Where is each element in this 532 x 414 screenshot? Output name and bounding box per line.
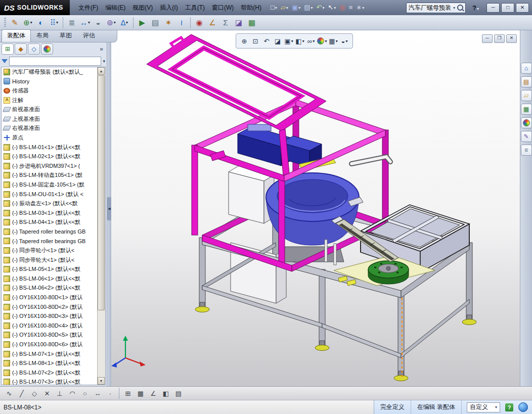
section-properties-button[interactable]: ◪ xyxy=(232,16,245,29)
propertymanager-tab[interactable]: ◆ xyxy=(15,43,27,55)
tree-item[interactable]: (-) OY16X100-80D<4> (默认 xyxy=(2,321,98,331)
save-button[interactable]: ▣ xyxy=(290,3,302,13)
tab-assembly[interactable]: 装配体 xyxy=(2,29,31,42)
menu-window[interactable]: 窗口(W) xyxy=(208,2,237,14)
arc-tool-button[interactable]: ◠ xyxy=(66,388,78,399)
bill-of-materials-button[interactable]: ▤ xyxy=(149,16,162,29)
split-entities-button[interactable]: ◧ xyxy=(160,388,172,399)
toolbar-grip[interactable] xyxy=(4,18,6,28)
edit-component-button[interactable]: ✎ xyxy=(8,16,21,29)
doc-close-button[interactable]: ✕ xyxy=(506,34,517,43)
linear-component-pattern-button[interactable]: ⠿ xyxy=(48,16,61,29)
scroll-down-button[interactable]: ▼ xyxy=(98,377,105,385)
search-caret-icon[interactable]: ▾ xyxy=(453,6,455,10)
leveling-feet[interactable] xyxy=(195,302,476,381)
insert-components-button[interactable]: ⊕ xyxy=(21,16,34,29)
mass-properties-button[interactable]: Σ xyxy=(219,16,232,29)
tree-item[interactable]: (-) BS-LM-OU-01<1> (默认 < xyxy=(2,190,98,199)
tree-item[interactable]: (-) BS-LM-01<1> (默认<<默 xyxy=(2,143,98,152)
close-button[interactable]: ✕ xyxy=(516,3,529,13)
reference-geometry-button[interactable]: ∆ xyxy=(118,16,131,29)
tab-evaluate[interactable]: 评估 xyxy=(77,29,101,42)
tree-item[interactable]: 原点 xyxy=(2,133,98,143)
spline-tool-button[interactable]: ∿ xyxy=(3,388,15,399)
tree-scrollbar[interactable]: ▲ ▼ xyxy=(97,67,105,385)
view-settings-button[interactable]: ◒ xyxy=(339,35,349,47)
tree-item[interactable]: 上视基准面 xyxy=(2,114,98,124)
filter-funnel-icon[interactable] xyxy=(2,59,8,63)
tree-item[interactable]: (-) OY16X100-80D<2> (默认 xyxy=(2,302,98,312)
assembly-features-button[interactable]: ⊚ xyxy=(105,16,118,29)
point-tool-button[interactable]: ∙ xyxy=(104,388,116,399)
menu-help[interactable]: 帮助(H) xyxy=(237,2,265,14)
custom-properties-button[interactable]: ✎ xyxy=(521,131,532,142)
tree-item[interactable]: (-) OY16X100-80D<1> (默认 xyxy=(2,293,98,302)
tree-item[interactable]: (-) 同步带轮小<1> (默认< xyxy=(2,246,98,255)
section-view-button[interactable]: ◪ xyxy=(273,35,283,47)
select-button[interactable]: ↖ xyxy=(326,3,337,13)
tree-item[interactable]: (-) OY16X100-80D<3> (默认 xyxy=(2,311,98,321)
move-component-button[interactable]: ↔ xyxy=(78,16,92,29)
tree-item[interactable]: 传感器 xyxy=(2,86,98,96)
solidworks-resources-button[interactable]: ⌂ xyxy=(521,63,532,74)
tree-item[interactable]: (-) BS-LM-08<1> (默认<<默 xyxy=(2,358,98,368)
tree-item[interactable]: (-) BS-LM-固定盘-105<1> (默 xyxy=(2,180,98,190)
tree-item[interactable]: (-) Tapered roller bearings GB xyxy=(2,227,98,237)
scroll-up-button[interactable]: ▲ xyxy=(98,67,105,75)
perpendicular-tool-button[interactable]: ⊥ xyxy=(54,388,66,399)
angle-dimension-button[interactable]: ∠ xyxy=(147,388,159,399)
filter-input[interactable] xyxy=(9,57,101,66)
featuremanager-tab[interactable]: ⊞ xyxy=(2,43,14,55)
status-resources-icon[interactable] xyxy=(518,402,528,412)
line-tool-button[interactable]: ╱ xyxy=(16,388,28,399)
view-orientation-button[interactable]: ▣ xyxy=(284,35,294,47)
large-assembly-mode-button[interactable]: ▦ xyxy=(245,16,258,29)
doc-restore-button[interactable]: ❐ xyxy=(494,34,505,43)
interference-detection-button[interactable]: ◉ xyxy=(193,16,206,29)
open-button[interactable]: ▱ xyxy=(279,3,290,13)
rebuild-button[interactable]: ◎ xyxy=(338,3,346,13)
configurationmanager-tab[interactable]: ◇ xyxy=(28,43,40,55)
trim-entities-button[interactable]: ✕ xyxy=(41,388,53,399)
undo-button[interactable]: ↶ xyxy=(315,3,326,13)
hide-show-items-button[interactable]: ∞ xyxy=(306,35,316,47)
appearances-tab[interactable] xyxy=(41,43,53,55)
file-explorer-button[interactable]: ▱ xyxy=(521,90,532,101)
tree-item[interactable]: (-) BS-LM-05<1> (默认<<默 xyxy=(2,264,98,274)
mirror-entities-button[interactable]: ↔ xyxy=(92,388,104,399)
smart-fasteners-button[interactable]: ≣ xyxy=(65,16,78,29)
maximize-button[interactable]: □ xyxy=(501,3,514,13)
exploded-view-button[interactable]: ✶ xyxy=(162,16,175,29)
design-library-button[interactable]: ▤ xyxy=(521,76,532,87)
search-box[interactable]: 汽车厂螺母预装 ▾ xyxy=(406,3,466,13)
edit-appearance-button[interactable] xyxy=(317,35,327,47)
tree-item[interactable]: 右视基准面 xyxy=(2,124,98,133)
filter-caret-icon[interactable]: ▾ xyxy=(103,59,105,64)
snap-settings-button[interactable]: ▦ xyxy=(135,388,147,399)
circle-tool-button[interactable]: ○ xyxy=(79,388,91,399)
tree-item[interactable]: (-) 振动盘左<1> (默认<<默 xyxy=(2,199,98,208)
print-button[interactable]: ▤ xyxy=(302,3,314,13)
design-table-button[interactable]: ▤ xyxy=(172,388,185,399)
doc-minimize-button[interactable]: ─ xyxy=(482,34,493,43)
tree-item[interactable]: 前视基准面 xyxy=(2,105,98,114)
tree-item[interactable]: (-) BS-LM-07<3> (默认<<默 xyxy=(2,378,98,385)
tree-item[interactable]: (-) BS-LM-07<1> (默认<<默 xyxy=(2,349,98,359)
tree-item[interactable]: (-) BS-LM-07<2> (默认<<默 xyxy=(2,368,98,378)
display-style-button[interactable]: ◧ xyxy=(295,35,305,47)
panel-collapse-handle[interactable]: ◀ xyxy=(107,197,111,220)
menu-view[interactable]: 视图(V) xyxy=(129,2,156,14)
graphics-area[interactable]: ⊕ ⊡ ↶ ◪ ▣ ◧ ∞ ▦ ◒ ─ ❐ ✕ xyxy=(111,30,520,386)
help-button[interactable]: ? xyxy=(470,3,481,13)
assembly-3d-model[interactable] xyxy=(111,30,520,386)
zoom-to-area-button[interactable]: ⊡ xyxy=(250,35,260,47)
options-button[interactable]: ∗ xyxy=(354,3,366,13)
menu-insert[interactable]: 插入(I) xyxy=(156,2,181,14)
tree-item[interactable]: (-) BS-LM-06<2> (默认<<默 xyxy=(2,284,98,293)
document-recovery-button[interactable]: ≡ xyxy=(521,145,532,156)
tab-layout[interactable]: 布局 xyxy=(31,29,54,42)
polygon-tool-button[interactable]: ◇ xyxy=(28,388,40,399)
grid-settings-button[interactable]: ⊞ xyxy=(122,388,134,399)
scroll-thumb[interactable] xyxy=(98,75,105,310)
tree-item[interactable]: (-) 同步带轮大<1> (默认< xyxy=(2,255,98,265)
